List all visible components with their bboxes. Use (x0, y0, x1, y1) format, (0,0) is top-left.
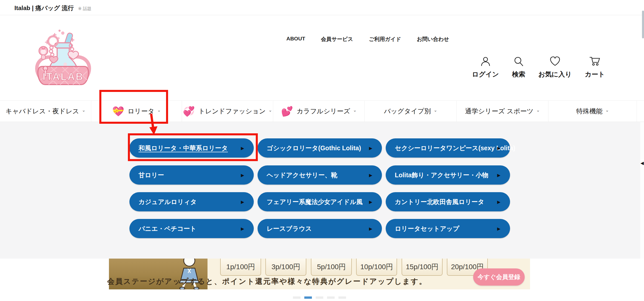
submenu-arrow-icon: ▸ (369, 172, 372, 178)
submenu-arrow-icon: ▸ (241, 198, 244, 205)
heart-ribbon-emoji-icon: 💝 (112, 107, 124, 116)
pagination-dot-3[interactable] (316, 296, 323, 299)
carousel-pagination (293, 296, 346, 299)
lolita-dropdown-panel: 和風ロリータ・中華系ロリータ ▸ ゴシックロリータ(Gothic Lolita)… (0, 122, 640, 259)
dropdown-item-pannier-petticoat[interactable]: パニエ・ペチコート ▸ (129, 219, 254, 238)
chevron-down-icon: ⌄ (268, 108, 272, 113)
submenu-arrow-icon: ▸ (497, 145, 500, 151)
dropdown-item-wafu-lolita[interactable]: 和風ロリータ・中華系ロリータ ▸ (129, 138, 254, 158)
login-label: ログイン (472, 70, 499, 79)
nav-item-school-sports[interactable]: 通学シリーズ スポーツ ⌄ (457, 101, 548, 122)
nav-item-special-features[interactable]: 特殊機能 ⌄ (548, 101, 637, 122)
submenu-arrow-icon: ▸ (497, 172, 500, 178)
nav-item-colorful-series[interactable]: 💕 カラフルシリーズ ⌄ (273, 101, 365, 122)
logo-wordmark: ITALAB (43, 71, 84, 82)
dropdown-item-lolita-setup[interactable]: ロリータセットアップ ▸ (386, 219, 510, 238)
dropdown-item-sexy-lolita[interactable]: セクシーロリータワンピース(sexy Lolita) ▸ (386, 138, 510, 158)
dropdown-item-gothic-lolita[interactable]: ゴシックロリータ(Gothic Lolita) ▸ (258, 138, 382, 158)
user-icon (480, 56, 491, 67)
heart-icon (549, 56, 561, 67)
cart-label: カート (585, 70, 605, 79)
point-card-3p: 3p/100円 (265, 259, 306, 276)
cart-button[interactable]: カート (585, 56, 605, 79)
login-button[interactable]: ログイン (472, 56, 499, 79)
chevron-down-icon: ⌄ (353, 108, 357, 113)
header-link-member-service[interactable]: 会員サービス (321, 36, 353, 43)
revolving-hearts-emoji-icon: 💞 (183, 107, 195, 116)
nav-item-trend-fashion[interactable]: 💞 トレンドファッション ⌄ (182, 101, 273, 122)
submenu-arrow-icon: ▸ (497, 198, 500, 205)
chevron-down-icon: ⌄ (157, 108, 161, 113)
dropdown-item-ama-loli[interactable]: 甘ロリー ▸ (129, 165, 254, 185)
submenu-arrow-icon: ▸ (369, 225, 372, 232)
pagination-dot-1[interactable] (293, 296, 301, 299)
dropdown-item-lace-blouse[interactable]: レースブラウス ▸ (258, 219, 382, 238)
nav-item-bag-type[interactable]: バッグタイプ別 ⌄ (365, 101, 457, 122)
search-label: 検索 (512, 70, 525, 79)
submenu-arrow-icon: ▸ (241, 172, 244, 178)
carousel-prev-arrow-icon[interactable]: ◂ (640, 159, 644, 167)
chevron-down-icon: ⌄ (536, 108, 540, 113)
search-button[interactable]: 検索 (512, 56, 525, 79)
page: Italab | 痛バッグ 流行 ※ 話題 (0, 0, 644, 301)
header-link-contact[interactable]: お問い合わせ (417, 36, 449, 43)
point-card-5p: 5p/100円 (311, 259, 352, 276)
chevron-down-icon: ⌄ (605, 108, 609, 113)
site-logo[interactable]: ITALAB (33, 20, 94, 96)
chevron-down-icon: ⌄ (82, 108, 85, 113)
search-icon (513, 56, 524, 67)
pagination-dot-5[interactable] (338, 296, 346, 299)
dropdown-item-country-lolita[interactable]: カントリー北欧田舎風ロリータ ▸ (386, 192, 510, 211)
point-card-10p: 10p/100円 (356, 259, 397, 276)
scrollbar-thumb[interactable] (642, 11, 644, 38)
nav-item-lolita[interactable]: 💝 ロリータ ⌄ (91, 101, 182, 122)
cart-icon (589, 56, 600, 67)
register-now-button[interactable]: 今すぐ会員登録 (473, 268, 525, 286)
header-link-guide[interactable]: ご利用ガイド (369, 36, 401, 43)
favorites-button[interactable]: お気に入り (538, 56, 572, 79)
header-actions: ログイン 検索 お気に入り (472, 56, 605, 79)
nav-item-cabaret-dress[interactable]: キャバドレス・夜ドレス ⌄ (0, 101, 91, 122)
submenu-arrow-icon: ▸ (497, 225, 500, 232)
header-link-about[interactable]: ABOUT (286, 36, 305, 43)
main-nav: キャバドレス・夜ドレス ⌄ 💝 ロリータ ⌄ 💞 トレンドファッション ⌄ 💕 … (0, 101, 644, 122)
bag-body: ITALAB (38, 66, 88, 85)
submenu-arrow-icon: ▸ (369, 198, 372, 205)
submenu-arrow-icon: ▸ (241, 225, 244, 232)
site-title-text: Italab | 痛バッグ 流行 (14, 5, 74, 11)
submenu-arrow-icon: ▸ (241, 145, 244, 151)
two-hearts-emoji-icon: 💕 (281, 107, 293, 116)
chevron-down-icon: ⌄ (434, 108, 437, 113)
point-card-15p: 15p/100円 (402, 259, 443, 276)
top-bar: Italab | 痛バッグ 流行 ※ 話題 (0, 0, 644, 15)
banner-message: 会員ステージがアップすると、ポイント還元率や様々な特典がグレードアップします。 (107, 277, 427, 287)
site-title-note: ※ 話題 (78, 6, 91, 11)
dropdown-item-lolita-accessory-goods[interactable]: Lolita飾り・アクセサリー・小物 ▸ (386, 165, 510, 185)
favorites-label: お気に入り (538, 70, 572, 79)
submenu-arrow-icon: ▸ (369, 145, 372, 151)
pagination-dot-2-active[interactable] (304, 296, 312, 299)
header: ITALAB ABOUT 会員サービス ご利用ガイド お問い合わせ ログイン (0, 15, 644, 101)
dropdown-item-head-accessory-shoes[interactable]: ヘッドアクセサリー、靴 ▸ (258, 165, 382, 185)
header-nav: ABOUT 会員サービス ご利用ガイド お問い合わせ (286, 36, 449, 43)
dropdown-item-casual-lolita[interactable]: カジュアルロリィタ ▸ (129, 192, 254, 211)
site-title: Italab | 痛バッグ 流行 ※ 話題 (14, 4, 91, 12)
point-card-1p: 1p/100円 (220, 259, 261, 276)
pagination-dot-4[interactable] (327, 296, 335, 299)
dropdown-item-fairy-magical-girl[interactable]: フェアリー系魔法少女アイドル風 ▸ (258, 192, 382, 211)
right-edge-strip (640, 122, 644, 259)
